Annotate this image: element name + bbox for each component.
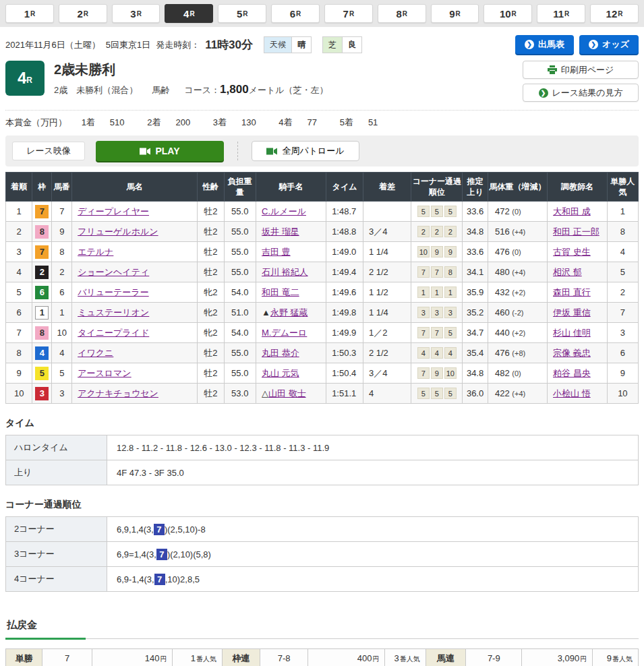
race-meta-info: 2021年11月6日（土曜） 5回東京1日 発走時刻：11時30分 天候 晴 芝…	[5, 35, 362, 53]
jockey-link[interactable]: 坂井 瑠星	[262, 226, 299, 237]
result-guide-button[interactable]: レース結果の見方	[523, 84, 639, 102]
trainer-link[interactable]: 粕谷 昌央	[553, 368, 591, 378]
frame-number-badge: 4	[35, 346, 49, 360]
tab-race-8[interactable]: 8R	[378, 4, 426, 23]
jockey-link[interactable]: 丸山 元気	[262, 368, 299, 378]
prize-item: 1着510	[82, 117, 141, 127]
result-row-10: 10 3 3 アクナキチョウセン 牡2 53.0 △山田 敬士 1:51.1 4…	[6, 384, 639, 404]
trainer-link[interactable]: 和田 正一郎	[553, 226, 599, 237]
furlong-time-value: 12.8 - 11.2 - 11.8 - 12.6 - 13.0 - 12.3 …	[107, 435, 639, 460]
tab-race-6[interactable]: 6R	[271, 4, 320, 23]
tab-race-1[interactable]: 1R	[5, 4, 54, 23]
race-conditions: 2歳 未勝利（混合） 馬齢 コース：1,800メートル（芝・左）	[54, 83, 523, 96]
last-furlongs-value: 4F 47.3 - 3F 35.0	[107, 460, 639, 485]
horse-link[interactable]: アクナキチョウセン	[78, 388, 158, 398]
prize-item: 5着51	[340, 117, 394, 127]
time-table: ハロンタイム 12.8 - 11.2 - 11.8 - 12.6 - 13.0 …	[5, 435, 639, 485]
weather-value: 晴	[291, 37, 311, 53]
bracket-quinella-row: 枠連 7-8 400円 3番人気	[223, 649, 426, 666]
race-title-block: 4R 2歳未勝利 2歳 未勝利（混合） 馬齢 コース：1,800メートル（芝・左…	[5, 61, 639, 102]
corner4-label: 4コーナー	[6, 567, 107, 592]
video-camera-icon	[266, 148, 277, 155]
patrol-video-button[interactable]: 全周パトロール	[252, 141, 359, 161]
col-trainer: 調教師名	[548, 173, 608, 202]
col-frame: 枠	[32, 173, 52, 202]
horse-link[interactable]: タイニープライド	[78, 328, 149, 338]
tab-race-5[interactable]: 5R	[218, 4, 266, 23]
jockey-link[interactable]: M.デムーロ	[262, 328, 307, 338]
trainer-link[interactable]: 森田 直行	[553, 287, 591, 297]
track-condition-value: 良	[342, 37, 361, 53]
trainer-link[interactable]: 大和田 成	[553, 206, 591, 216]
prize-item: 3着130	[213, 117, 272, 127]
jockey-link[interactable]: C.ルメール	[262, 206, 306, 216]
trainer-link[interactable]: 宗像 義忠	[553, 348, 591, 358]
jockey-link[interactable]: 和田 竜二	[262, 287, 299, 297]
horse-link[interactable]: アースロマン	[78, 368, 131, 378]
horse-link[interactable]: エテルナ	[78, 247, 113, 257]
corner3-label: 3コーナー	[6, 542, 107, 567]
tab-race-12[interactable]: 12R	[590, 4, 639, 23]
col-time: タイム	[326, 173, 363, 202]
highlighted-horse-number: 7	[154, 574, 165, 585]
col-margin: 着差	[363, 173, 411, 202]
start-time-value: 11時30分	[205, 37, 253, 53]
corner4-row: 4コーナー 6,9-1,4(3,7,10)2,8,5	[6, 567, 639, 592]
side-buttons: 印刷用ページ レース結果の見方	[523, 61, 639, 102]
horse-link[interactable]: ディープレイヤー	[78, 206, 149, 216]
tab-race-7[interactable]: 7R	[324, 4, 373, 23]
col-weight-carried: 負担重量	[224, 173, 256, 202]
race-condition-text: 2歳 未勝利（混合）	[54, 85, 138, 95]
tab-race-4-active[interactable]: 4R	[165, 4, 213, 23]
odds-button[interactable]: オッズ	[579, 35, 639, 54]
race-number-badge: 4R	[5, 61, 45, 96]
trainer-link[interactable]: 相沢 郁	[553, 267, 582, 277]
result-row-8: 8 4 4 イワクニ 牡2 55.0 丸田 恭介 1:50.3 2 1/2 44…	[6, 343, 639, 363]
horse-link[interactable]: フリューゲルホルン	[78, 226, 158, 237]
tab-race-11[interactable]: 11R	[537, 4, 585, 23]
result-row-3: 3 7 8 エテルナ 牡2 55.0 吉田 豊 1:49.0 1 1/4 109…	[6, 242, 639, 262]
corner2-value: 6,9,1,4(3,7)(2,5,10)-8	[107, 517, 639, 542]
col-popularity: 単勝人気	[607, 173, 638, 202]
trainer-link[interactable]: 古賀 史生	[553, 247, 591, 257]
play-button[interactable]: PLAY	[96, 141, 224, 161]
quinella-label: 馬連	[426, 649, 466, 666]
race-result-page: 1R 2R 3R 4R 5R 6R 7R 8R 9R 10R 11R 12R 2…	[0, 0, 644, 666]
horse-link[interactable]: イワクニ	[78, 348, 113, 358]
frame-number-badge: 3	[35, 387, 49, 400]
trainer-link[interactable]: 杉山 佳明	[553, 328, 591, 338]
trainer-link[interactable]: 小桧山 悟	[553, 388, 591, 398]
highlighted-horse-number: 7	[154, 524, 165, 535]
weather-label: 天候	[264, 37, 291, 53]
frame-number-badge: 8	[35, 225, 49, 239]
horse-link[interactable]: ミュステーリオン	[78, 307, 149, 317]
race-meta-row: 2021年11月6日（土曜） 5回東京1日 発走時刻：11時30分 天候 晴 芝…	[5, 35, 639, 54]
horse-link[interactable]: ショーンヘイティ	[78, 267, 149, 277]
entry-table-button[interactable]: 出馬表	[515, 35, 574, 54]
frame-number-badge: 6	[35, 286, 49, 299]
col-sex-age: 性齢	[198, 173, 224, 202]
jockey-link[interactable]: 永野 猛蔵	[270, 307, 308, 317]
prize-money-row: 本賞金（万円） 1着510 2着200 3着130 4着77 5着51	[5, 110, 639, 131]
corner3-row: 3コーナー 6,9=1,4(3,7)(2,10)(5,8)	[6, 542, 639, 567]
prize-item: 4着77	[279, 117, 333, 127]
trainer-link[interactable]: 伊坂 重信	[553, 307, 591, 317]
jockey-link[interactable]: 石川 裕紀人	[262, 267, 308, 277]
jockey-link[interactable]: 丸田 恭介	[262, 348, 299, 358]
col-jockey: 騎手名	[256, 173, 326, 202]
tab-race-3[interactable]: 3R	[112, 4, 160, 23]
last-furlongs-row: 上り 4F 47.3 - 3F 35.0	[6, 460, 639, 485]
jockey-link[interactable]: 山田 敬士	[268, 388, 306, 398]
tab-race-2[interactable]: 2R	[59, 4, 107, 23]
print-page-button[interactable]: 印刷用ページ	[523, 61, 639, 79]
race-results-table: 着順 枠 馬番 馬名 性齢 負担重量 騎手名 タイム 着差 コーナー通過順位 推…	[5, 172, 639, 404]
tab-race-10[interactable]: 10R	[484, 4, 532, 23]
horse-link[interactable]: バリューテーラー	[78, 287, 149, 297]
race-date: 2021年11月6日（土曜）	[5, 39, 100, 51]
jockey-link[interactable]: 吉田 豊	[262, 247, 291, 257]
result-row-6: 6 1 1 ミュステーリオン 牝2 51.0 ▲永野 猛蔵 1:49.8 1 1…	[6, 303, 639, 323]
tab-race-9[interactable]: 9R	[431, 4, 479, 23]
result-row-5: 5 6 6 バリューテーラー 牝2 54.0 和田 竜二 1:49.6 1 1/…	[6, 282, 639, 303]
video-camera-icon	[140, 148, 150, 155]
result-row-7: 7 8 10 タイニープライド 牝2 54.0 M.デムーロ 1:49.9 1／…	[6, 323, 639, 343]
